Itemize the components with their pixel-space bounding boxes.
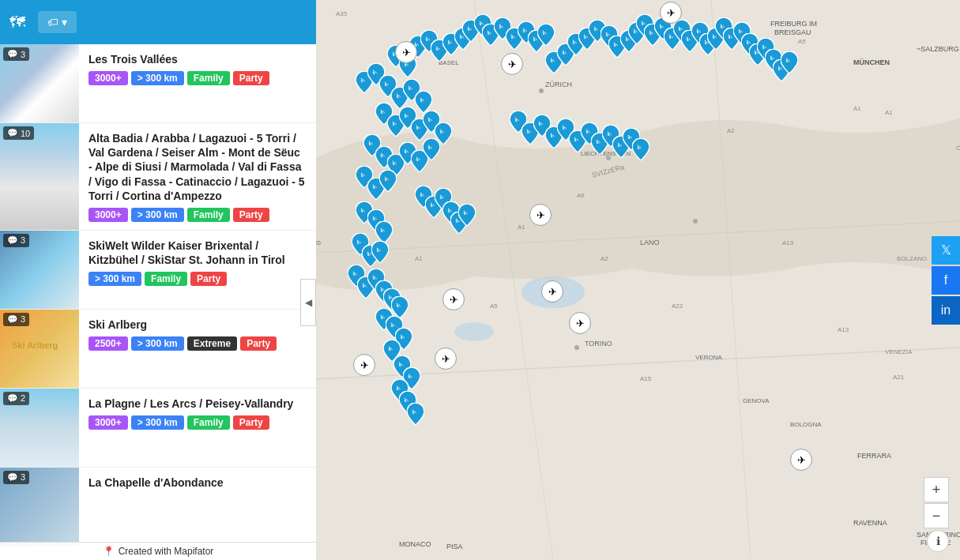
tag-2500-[interactable]: 2500+ — [88, 336, 128, 351]
airport-marker[interactable]: ✈ — [790, 449, 812, 471]
linkedin-button[interactable]: in — [932, 296, 960, 325]
tag-party[interactable]: Party — [233, 71, 269, 85]
svg-text:⛷: ⛷ — [550, 133, 555, 138]
svg-text:A2: A2 — [727, 127, 735, 134]
twitter-button[interactable]: 𝕏 — [932, 236, 960, 265]
svg-point-11 — [574, 345, 579, 350]
resort-item[interactable]: 💬2La Plagne / Les Arcs / Peisey-Vallandr… — [0, 389, 316, 468]
svg-text:⛷: ⛷ — [372, 216, 378, 221]
svg-text:ZÜRICH: ZÜRICH — [545, 81, 572, 88]
svg-text:A5: A5 — [798, 38, 806, 45]
svg-text:BOLZANO: BOLZANO — [897, 255, 927, 262]
tag-party[interactable]: Party — [240, 336, 277, 351]
svg-text:⛷: ⛷ — [550, 58, 555, 63]
svg-text:⛷: ⛷ — [728, 34, 733, 39]
airport-marker[interactable]: ✈ — [569, 312, 591, 334]
tag-3000-[interactable]: 3000+ — [88, 415, 128, 430]
tag-family[interactable]: Family — [187, 415, 230, 430]
svg-text:⛷: ⛷ — [447, 39, 453, 45]
resort-tags: 2500+> 300 kmExtremeParty — [88, 336, 307, 351]
svg-text:Ski Arlberg: Ski Arlberg — [12, 340, 58, 350]
map-info-button[interactable]: ℹ — [927, 530, 949, 552]
map-area[interactable]: ZÜRICH LIECHTENSTEIN TORINO LANO VERONA … — [316, 0, 960, 560]
airport-marker[interactable]: ✈ — [353, 354, 375, 376]
svg-text:PISA: PISA — [446, 543, 463, 551]
svg-text:⛷: ⛷ — [607, 131, 612, 137]
tag---300-km[interactable]: > 300 km — [131, 415, 184, 430]
tag-family[interactable]: Family — [187, 208, 230, 222]
svg-text:⛷: ⛷ — [408, 85, 413, 91]
tag-party[interactable]: Party — [233, 415, 269, 430]
svg-text:⛷: ⛷ — [613, 42, 619, 47]
map-marker[interactable]: ⛷ — [379, 170, 397, 192]
resort-info: SkiWelt Wilder Kaiser Brixental / Kitzbü… — [79, 231, 316, 309]
tag-party[interactable]: Party — [233, 208, 269, 222]
tag-party[interactable]: Party — [190, 272, 227, 286]
svg-text:LANO: LANO — [640, 239, 660, 246]
map-marker[interactable]: ⛷ — [537, 24, 555, 46]
svg-text:⛷: ⛷ — [392, 121, 397, 126]
tag---300-km[interactable]: > 300 km — [88, 272, 141, 286]
svg-text:⛷: ⛷ — [398, 362, 404, 367]
tag---300-km[interactable]: > 300 km — [131, 208, 184, 222]
resort-item[interactable]: 💬10Alta Badia / Arabba / Lagazuoi - 5 To… — [0, 123, 316, 231]
tag-extreme[interactable]: Extreme — [187, 336, 237, 351]
map-marker[interactable]: ⛷ — [632, 138, 649, 160]
svg-text:⛷: ⛷ — [362, 283, 367, 288]
svg-text:⛷: ⛷ — [372, 70, 378, 75]
map-marker[interactable]: ⛷ — [458, 204, 476, 226]
resort-item[interactable]: 💬3SkiWelt Wilder Kaiser Brixental / Kitz… — [0, 231, 316, 310]
tag-3000-[interactable]: 3000+ — [88, 208, 128, 222]
svg-text:⛷: ⛷ — [404, 113, 409, 118]
airport-marker[interactable]: ✈ — [442, 288, 465, 310]
svg-text:⛷: ⛷ — [372, 184, 378, 190]
svg-text:A13: A13 — [782, 239, 794, 246]
map-marker[interactable]: ⛷ — [781, 51, 798, 73]
svg-text:⛷: ⛷ — [572, 39, 578, 45]
tag-filter-button[interactable]: 🏷 ▾ — [38, 11, 77, 33]
zoom-in-button[interactable]: + — [924, 477, 949, 502]
svg-text:⛷: ⛷ — [510, 34, 516, 39]
tag---300-km[interactable]: > 300 km — [131, 336, 184, 351]
airport-marker[interactable]: ✈ — [660, 2, 682, 24]
airport-marker[interactable]: ✈ — [395, 41, 417, 63]
airport-marker[interactable]: ✈ — [541, 280, 563, 303]
badge-icon: 💬 — [7, 314, 18, 325]
resort-name: Les Trois Vallées — [88, 52, 307, 66]
tag-3000-[interactable]: 3000+ — [88, 71, 128, 85]
resort-badge: 💬3 — [3, 313, 29, 326]
svg-text:VERONA: VERONA — [695, 354, 722, 361]
airport-marker[interactable]: ✈ — [529, 204, 552, 226]
svg-text:⛷: ⛷ — [499, 24, 504, 29]
tag-family[interactable]: Family — [187, 71, 230, 85]
map-marker[interactable]: ⛷ — [415, 91, 432, 113]
svg-point-8 — [539, 88, 544, 93]
svg-point-3 — [454, 322, 494, 341]
map-marker[interactable]: ⛷ — [391, 296, 408, 318]
map-marker[interactable]: ⛷ — [371, 241, 389, 263]
scroll-arrow-right[interactable]: ◀ — [300, 279, 316, 326]
tag-icon: 🏷 — [47, 16, 58, 28]
map-marker[interactable]: ⛷ — [375, 221, 393, 243]
resort-name: La Chapelle d'Abondance — [88, 475, 307, 490]
tag---300-km[interactable]: > 300 km — [131, 71, 184, 85]
map-marker[interactable]: ⛷ — [407, 403, 424, 425]
airport-marker[interactable]: ✈ — [501, 53, 523, 75]
svg-text:⛷: ⛷ — [420, 97, 425, 103]
badge-icon: 💬 — [7, 235, 18, 246]
svg-text:A5: A5 — [490, 303, 498, 310]
resort-item[interactable]: 💬3Ski ArlbergSki Arlberg2500+> 300 kmExt… — [0, 310, 316, 389]
svg-text:A35: A35 — [336, 10, 348, 17]
svg-text:⛷: ⛷ — [514, 117, 520, 122]
map-marker[interactable]: ⛷ — [423, 138, 440, 160]
airport-marker[interactable]: ✈ — [435, 348, 457, 370]
resort-item[interactable]: 💬3Les Trois Vallées3000+> 300 kmFamilyPa… — [0, 44, 316, 123]
created-with-label: Created with Mapifator — [119, 546, 214, 557]
zoom-out-button[interactable]: − — [924, 503, 949, 528]
resort-item[interactable]: 💬3La Chapelle d'Abondance — [0, 468, 316, 547]
svg-text:~SALZBURG: ~SALZBURG — [917, 45, 959, 53]
created-with-banner: 📍 Created with Mapifator — [0, 542, 316, 560]
tag-family[interactable]: Family — [145, 272, 187, 286]
resort-name: Ski Arlberg — [88, 318, 307, 332]
facebook-button[interactable]: f — [932, 266, 960, 295]
